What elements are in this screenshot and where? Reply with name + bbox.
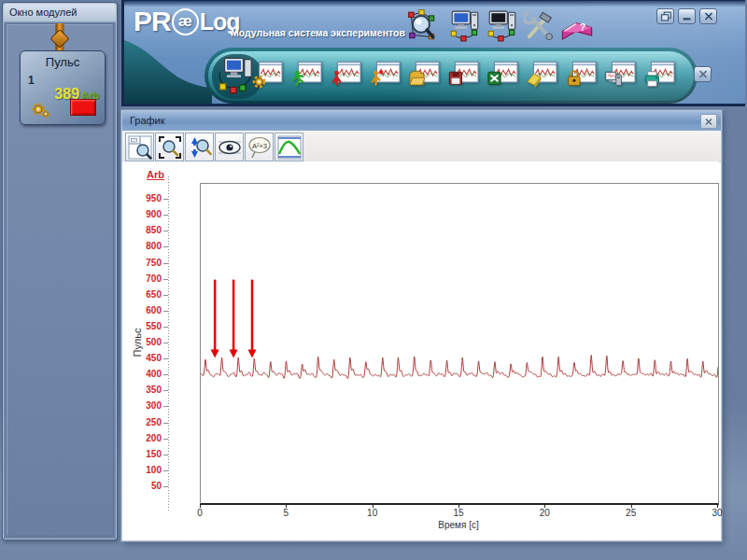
open-experiment-icon[interactable] xyxy=(408,58,440,93)
x-tick-label: 15 xyxy=(447,508,470,518)
pause-measurement-icon[interactable] xyxy=(369,58,401,93)
y-tick-label: 250 xyxy=(128,417,162,427)
clear-data-icon[interactable] xyxy=(526,58,557,93)
x-tick-mark xyxy=(717,504,718,508)
minimize-button[interactable] xyxy=(678,8,696,24)
module-panel-titlebar[interactable]: Окно модулей xyxy=(4,4,116,22)
module-status-indicator xyxy=(70,99,96,116)
x-tick-label: 10 xyxy=(361,508,384,518)
y-tick-label: 200 xyxy=(128,433,162,443)
x-tick-mark xyxy=(458,504,459,508)
zoom-vertical-button[interactable] xyxy=(185,133,214,161)
help-book-icon[interactable]: ? xyxy=(559,9,595,43)
eye-monitor-button[interactable] xyxy=(215,133,244,161)
zoom-selection-button[interactable] xyxy=(155,133,184,161)
y-tick-mark xyxy=(163,311,168,312)
minimize-icon xyxy=(681,10,694,22)
zoom-region-button[interactable] xyxy=(125,133,154,161)
y-tick-mark xyxy=(163,199,168,200)
stop-measurement-icon[interactable] xyxy=(330,58,361,93)
y-tick-mark xyxy=(163,215,168,216)
y-tick-mark xyxy=(163,358,168,359)
marker-arrowhead xyxy=(211,349,219,357)
module-settings-icon[interactable] xyxy=(251,58,283,93)
marker-arrowhead xyxy=(230,349,238,357)
graph-toolbar: A²+3 xyxy=(122,131,721,162)
tools-icon[interactable] xyxy=(524,9,556,43)
y-tick-mark xyxy=(163,470,168,471)
close-icon xyxy=(697,68,710,80)
y-tick-mark xyxy=(163,295,168,296)
formula-button[interactable]: A²+3 xyxy=(245,133,274,161)
x-tick-mark xyxy=(631,504,632,508)
y-tick-label: 100 xyxy=(128,465,162,475)
y-tick-label: 500 xyxy=(128,337,162,347)
logo-ae-circle: æ xyxy=(172,8,199,35)
y-tick-label: 850 xyxy=(128,225,162,235)
formula-label: A²+3 xyxy=(251,142,266,150)
x-tick-label: 0 xyxy=(189,508,211,518)
save-experiment-icon[interactable] xyxy=(447,58,479,93)
y-tick-label: 800 xyxy=(128,241,162,251)
x-tick-label: 5 xyxy=(275,508,297,518)
y-tick-label: 950 xyxy=(128,193,162,203)
y-tick-label: 900 xyxy=(128,209,162,219)
network-computer-icon[interactable] xyxy=(449,9,481,43)
remote-computer-icon[interactable] xyxy=(486,9,518,43)
start-measurement-icon[interactable] xyxy=(290,58,322,93)
y-tick-mark xyxy=(163,486,168,487)
y-tick-label: 700 xyxy=(128,273,162,284)
y-tick-mark xyxy=(163,279,168,280)
y-axis-dotted-line xyxy=(168,176,169,511)
desktop: Окно модулей Пульс 1 389Arb xyxy=(0,0,747,560)
search-modules-icon[interactable] xyxy=(406,9,438,43)
x-tick-label: 20 xyxy=(533,508,556,518)
y-tick-label: 550 xyxy=(128,321,162,331)
plot-area[interactable] xyxy=(200,183,719,505)
eye-icon xyxy=(218,135,242,160)
y-tick-mark xyxy=(163,246,168,247)
y-tick-mark xyxy=(163,455,168,455)
x-tick-label: 30 xyxy=(706,508,728,518)
module-index: 1 xyxy=(28,74,35,87)
y-tick-label: 300 xyxy=(128,400,162,411)
lock-display-icon[interactable] xyxy=(565,58,597,93)
x-tick-label: 25 xyxy=(620,508,642,518)
window-controls xyxy=(656,8,717,24)
zoom-selection-icon xyxy=(158,135,182,160)
y-tick-label: 650 xyxy=(128,289,162,300)
main-toolbar xyxy=(251,58,675,93)
close-icon xyxy=(702,10,715,22)
y-tick-mark xyxy=(163,374,168,375)
y-axis-unit-label: Arb xyxy=(147,169,164,180)
close-button[interactable] xyxy=(699,8,717,24)
y-tick-mark xyxy=(163,439,168,440)
graph-window-titlebar[interactable]: График xyxy=(122,111,721,131)
y-tick-label: 150 xyxy=(128,449,162,459)
graph-close-button[interactable] xyxy=(700,114,717,129)
export-excel-icon[interactable] xyxy=(486,58,518,93)
app-logo: PR æ Log xyxy=(134,6,240,37)
y-tick-mark xyxy=(163,406,168,407)
curve-icon xyxy=(277,135,302,160)
zoom-vertical-icon xyxy=(188,135,212,160)
x-axis-title: Время [с] xyxy=(200,520,717,530)
restore-icon xyxy=(659,10,672,22)
curve-style-button[interactable] xyxy=(275,133,303,161)
zoom-region-icon xyxy=(128,135,152,160)
pulse-module-card[interactable]: Пульс 1 389Arb xyxy=(20,50,106,125)
toolbar-close-button[interactable] xyxy=(694,66,712,82)
x-tick-mark xyxy=(373,504,374,508)
pulse-waveform xyxy=(201,184,718,503)
experiment-network-icon[interactable] xyxy=(218,55,255,96)
restore-button[interactable] xyxy=(656,8,674,24)
y-tick-mark xyxy=(163,343,168,343)
y-tick-label: 600 xyxy=(128,305,162,315)
module-name: Пульс xyxy=(21,55,105,69)
close-icon xyxy=(703,117,714,127)
print-chart-icon[interactable] xyxy=(643,58,675,93)
module-settings-gear-icon[interactable] xyxy=(30,100,54,120)
x-tick-mark xyxy=(200,504,201,508)
display-setup-icon[interactable] xyxy=(604,58,636,93)
y-tick-label: 750 xyxy=(128,258,162,268)
